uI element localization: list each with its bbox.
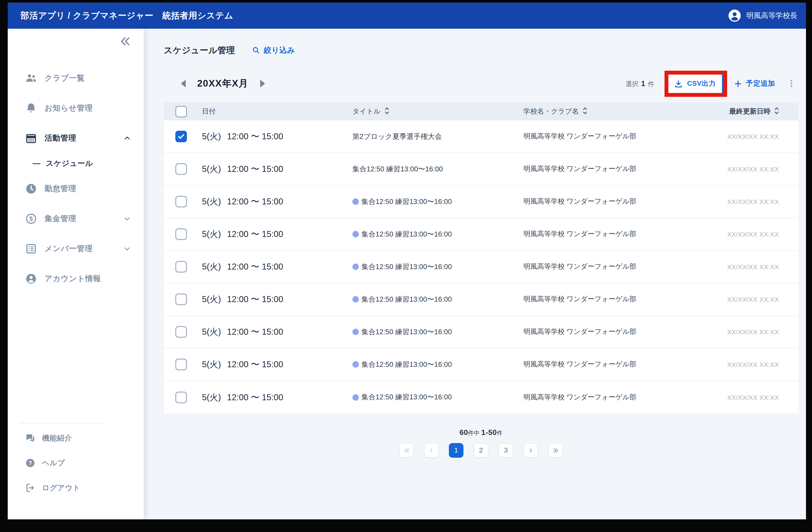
app-window: 部活アプリ / クラブマネージャー 統括者用システム 明風高等学校長 クラブ一覧… [8,3,806,519]
sidebar-item-notice-management[interactable]: お知らせ管理 [8,93,144,123]
header-updated[interactable]: 最終更新日時 [690,106,798,116]
double-chevron-right-icon [552,447,559,454]
header-title[interactable]: タイトル [352,106,523,116]
cell-school: 明風高等学校 ワンダーフォーゲル部 [523,295,690,304]
table-row[interactable]: 5(火)12:00 〜 15:00 集合12:50 練習13:00〜16:00 … [164,316,798,349]
cell-updated: XX/XX/XX XX:XX [690,198,798,205]
pagination: 60件中 1-50件 123 [164,428,798,458]
table-row[interactable]: 5(火)12:00 〜 15:00 第2ブロック夏季選手権大会 明風高等学校 ワ… [164,120,798,153]
sidebar-item-activity-management[interactable]: 活動管理 [8,123,144,153]
cell-date: 5(火)12:00 〜 15:00 [195,163,352,175]
user-avatar-icon [728,9,741,22]
roster-icon [25,242,37,255]
page-button-1[interactable]: 1 [449,443,463,458]
sidebar-item-label: 勤怠管理 [45,183,76,194]
prev-month-icon[interactable] [181,80,186,87]
sidebar-collapse-icon[interactable] [119,35,131,48]
sub-item-dash: — [33,159,40,168]
filter-button[interactable]: 絞り込み [252,45,295,55]
chevron-left-icon [428,447,435,454]
sidebar-item-label: 活動管理 [45,133,76,143]
more-options-kebab-icon[interactable] [787,79,796,88]
next-page-button[interactable] [523,443,538,458]
download-icon [674,79,683,88]
schedule-table: 日付 タイトル 学校名・クラブ名 最終更新日時 [164,102,798,414]
table-header-row: 日付 タイトル 学校名・クラブ名 最終更新日時 [164,102,798,120]
header-date-label: 日付 [202,107,216,116]
row-checkbox-cell [164,326,195,338]
sidebar-item-collection-management[interactable]: $集金管理 [8,204,144,234]
cell-date: 5(火)12:00 〜 15:00 [195,391,352,403]
sidebar-collapse-row [8,29,144,51]
row-checkbox-cell [164,261,195,272]
sidebar-item-club-list[interactable]: クラブ一覧 [8,63,144,93]
sidebar-item-label: ログアウト [42,483,81,493]
cell-date: 5(火)12:00 〜 15:00 [195,359,352,370]
sidebar-item-account-info[interactable]: アカウント情報 [8,264,144,294]
cell-school: 明風高等学校 ワンダーフォーゲル部 [523,327,690,336]
row-checkbox-cell [164,294,195,305]
header-school[interactable]: 学校名・クラブ名 [523,106,690,116]
top-header-bar: 部活アプリ / クラブマネージャー 統括者用システム 明風高等学校長 [8,3,806,29]
prev-page-button[interactable] [424,443,439,458]
cell-title: 集合12:50 練習13:00〜16:00 [352,230,523,239]
csv-export-highlight-box: CSV出力 [665,71,727,97]
sidebar-item-label: 機能紹介 [42,433,72,443]
table-row[interactable]: 5(火)12:00 〜 15:00 集合12:50 練習13:00〜16:00 … [164,349,798,381]
sidebar-item-help[interactable]: ?ヘルプ [8,450,144,475]
table-row[interactable]: 5(火)12:00 〜 15:00 集合12:50 練習13:00〜16:00 … [164,186,798,218]
row-checkbox[interactable] [175,294,187,305]
sidebar-item-attendance-management[interactable]: 勤怠管理 [8,174,144,204]
sidebar-item-label: メンバー管理 [45,243,93,254]
toolbar: 20XX年X月 選択 1 件 CSV出力 [164,71,798,97]
event-dot-icon [352,198,359,205]
sidebar-item-feature-intro[interactable]: 機能紹介 [8,426,144,450]
page-button-2[interactable]: 2 [474,443,488,458]
cell-title: 集合12:50 練習13:00〜16:00 [352,360,523,369]
row-checkbox[interactable] [175,261,187,272]
row-checkbox[interactable] [175,326,187,338]
add-schedule-button[interactable]: 予定追加 [734,79,775,88]
sidebar: クラブ一覧 お知らせ管理 活動管理 —スケジュール 勤怠管理 $集金管理 メンバ… [8,29,144,519]
page-button-3[interactable]: 3 [498,443,513,458]
cell-date: 5(火)12:00 〜 15:00 [195,196,352,207]
csv-export-button[interactable]: CSV出力 [668,74,723,93]
sidebar-item-logout[interactable]: ログアウト [8,475,144,500]
header-updated-label: 最終更新日時 [729,107,770,116]
cell-updated: XX/XX/XX XX:XX [690,263,798,270]
sidebar-item-schedule[interactable]: —スケジュール [8,153,144,174]
row-checkbox[interactable] [175,131,187,142]
sidebar-item-label: お知らせ管理 [45,103,93,113]
cell-date: 5(火)12:00 〜 15:00 [195,261,352,272]
header-date: 日付 [195,107,352,116]
double-chevron-left-icon [403,447,410,454]
cell-date: 5(火)12:00 〜 15:00 [195,294,352,305]
add-schedule-label: 予定追加 [746,79,775,88]
table-row[interactable]: 5(火)12:00 〜 15:00 集合12:50 練習13:00〜16:00 … [164,251,798,283]
cell-updated: XX/XX/XX XX:XX [690,394,798,401]
table-row[interactable]: 5(火)12:00 〜 15:00 集合12:50 練習13:00〜16:00 … [164,283,798,316]
selection-count-value: 1 [641,79,645,88]
row-checkbox[interactable] [175,163,187,175]
table-row[interactable]: 5(火)12:00 〜 15:00 集合12:50 練習13:00〜16:00 … [164,218,798,251]
pagination-range-unit: 件 [497,430,503,436]
first-page-button[interactable] [399,443,414,458]
table-row[interactable]: 5(火)12:00 〜 15:00 集合12:50 練習13:00〜16:00 … [164,381,798,414]
row-checkbox[interactable] [175,228,187,240]
cell-title: 集合12:50 練習13:00〜16:00 [352,164,523,174]
next-month-icon[interactable] [260,80,265,87]
cell-title: 集合12:50 練習13:00〜16:00 [352,295,523,304]
user-menu[interactable]: 明風高等学校長 [728,9,797,22]
sidebar-item-member-management[interactable]: メンバー管理 [8,234,144,264]
last-page-button[interactable] [548,443,563,458]
row-checkbox[interactable] [175,359,187,370]
cell-updated: XX/XX/XX XX:XX [690,133,798,140]
table-row[interactable]: 5(火)12:00 〜 15:00 集合12:50 練習13:00〜16:00 … [164,153,798,186]
account-icon [25,272,37,285]
header-school-label: 学校名・クラブ名 [523,107,579,116]
row-checkbox[interactable] [175,391,187,403]
row-checkbox[interactable] [175,196,187,207]
cell-title: 集合12:50 練習13:00〜16:00 [352,393,523,402]
help-icon: ? [25,458,35,468]
select-all-checkbox[interactable] [175,106,187,117]
